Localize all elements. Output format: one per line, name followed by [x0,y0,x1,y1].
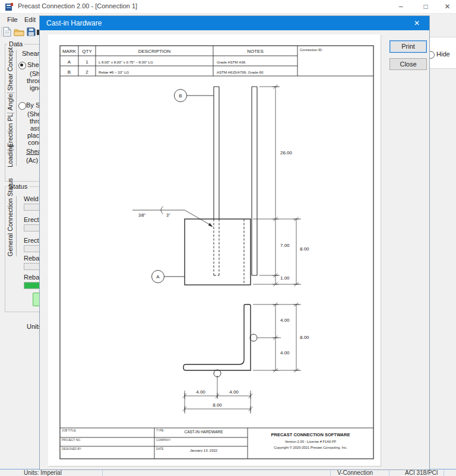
type-label: TYPE: [156,429,164,432]
statusbar-separator [389,469,390,476]
job-title-label: JOB TITLE: [62,429,77,432]
balloon-a-label: A [156,274,160,280]
dialog-close-icon[interactable]: ✕ [407,16,427,30]
tabstrip-edge [16,50,17,166]
row-a-mark: A [68,59,71,65]
drawing-frame [60,46,373,459]
statusbar-design-code: ACI 318/PCI [405,469,438,476]
tab-shear-concept[interactable]: Shear Concept [7,47,14,91]
tab-erection-pl[interactable]: Erection PL [7,113,14,147]
open-folder-icon[interactable] [14,28,24,39]
close-button[interactable]: ✕ [439,0,456,13]
weld-size-label: 3/8" [138,213,146,217]
dim-angle-v2: 4.00 [280,350,290,356]
row-b-notes: ASTM A615/A706, Grade 60 [217,70,264,74]
dim-rebar-length: 26.00 [280,150,293,156]
tab-separator [7,93,14,93]
new-document-icon[interactable] [3,27,11,39]
dim-angle-vtotal: 8.00 [300,335,309,340]
angle-rebar-circle-right [250,334,257,341]
tab-loading[interactable]: Loading [7,144,14,167]
print-button[interactable]: Print [390,40,427,53]
project-no-label: PROJECT NO. [62,439,81,442]
maximize-button[interactable]: □ [417,0,435,13]
data-group-title: Data [7,40,24,47]
row-b-description: Rebar #6 – 33" LG [99,70,129,74]
copyright-line: Copyright © 2020-2021 Precast Computing,… [274,446,347,449]
dim-plate-lower: 1.00 [280,275,290,281]
designed-by-label: DESIGNED BY: [62,448,82,450]
dim-angle-v1: 4.00 [280,318,290,323]
save-icon[interactable] [27,27,36,39]
dimension-lines [253,85,301,287]
minimize-button[interactable]: – [392,0,410,13]
tab-angle[interactable]: Angle [7,94,14,110]
plate-outline [185,219,251,285]
statusbar-connection: V-Connection [337,469,373,476]
row-b-qty: 2 [86,69,88,75]
dim-angle-h2: 4.00 [229,389,239,395]
weld-leader-arrow [208,223,213,227]
app-icon [5,2,14,14]
date-label: DATE [156,448,163,450]
company-label: COMPANY: [156,439,171,442]
type-value: CAST-IN HARDWARE [184,430,223,434]
radio-shear-option1[interactable] [18,62,26,69]
dialog-title: Cast-in Hardware [46,19,102,27]
version-line: Version 2.00 - License # F1A0-FF [285,440,337,443]
hide-radio-label[interactable]: Hide [436,50,450,58]
dim-plate-upper: 7.00 [280,243,290,248]
row-a-notes: Grade ASTM A36 [217,60,246,64]
statusbar-separator [330,469,331,476]
dialog-titlebar: Cast-in Hardware ✕ [40,16,429,30]
table-header-notes: NOTES [247,49,264,54]
dim-angle-htotal: 8.00 [213,402,222,408]
radio-shear-option2[interactable] [18,102,26,110]
balloon-b-label: B [179,93,182,99]
date-value: January 13, 2022 [190,449,218,452]
cast-in-hardware-dialog: Cast-in Hardware ✕ Print Close MARK QTY … [39,15,430,470]
weld-length-label: 3" [166,213,170,217]
hidden-rebar-lines [214,219,244,285]
row-a-qty: 1 [86,59,88,65]
statusbar-separator [444,469,444,476]
statusbar-separator [102,469,103,476]
connection-id-label: Connection ID: [300,48,323,52]
toolbar-grip [1,26,2,37]
tab-general-connection-status[interactable]: General Connection Status [7,178,14,256]
window-title: Precast Connection 2.00 - [Connection 1] [18,2,137,9]
menu-edit[interactable]: Edit [24,16,36,23]
close-button-dialog[interactable]: Close [390,58,427,70]
dim-angle-h1: 4.00 [196,389,205,395]
cast-in-hardware-drawing: MARK QTY DESCRIPTION NOTES Connection ID… [48,34,381,466]
table-header-description: DESCRIPTION [138,49,171,54]
angle-section-outline [183,304,251,370]
row-a-description: L 8.00" x 8.00" x 0.75" – 8.00" LG [99,60,153,64]
dim-plate-total: 8.00 [300,246,309,252]
drawing-sheet: MARK QTY DESCRIPTION NOTES Connection ID… [48,34,381,466]
tabstrip-edge [16,196,17,256]
statusbar-units: Units: Imperial [24,469,62,476]
row-b-mark: B [68,69,71,75]
table-header-mark: MARK [62,49,77,54]
table-header-qty: QTY [82,49,92,54]
window-titlebar: Precast Connection 2.00 - [Connection 1]… [0,0,456,14]
menu-file[interactable]: File [7,16,18,23]
software-name: PRECAST CONNECTION SOFTWARE [271,432,350,437]
